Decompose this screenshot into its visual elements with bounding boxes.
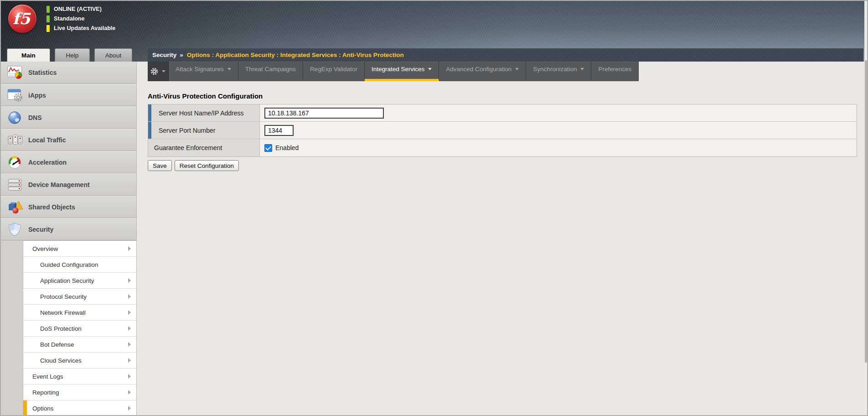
tab-preferences[interactable]: Preferences bbox=[591, 62, 639, 81]
breadcrumb-path: Options : Application Security : Integra… bbox=[187, 52, 404, 58]
page-title: Anti-Virus Protection Configuration bbox=[148, 92, 867, 100]
chevron-right-icon bbox=[128, 390, 131, 395]
chevron-down-icon bbox=[515, 68, 519, 70]
device-management-icon bbox=[5, 177, 26, 192]
bigip-admin-window: f5 ONLINE (ACTIVE) Standalone Live Updat… bbox=[0, 0, 868, 416]
submenu-item-cloud-services[interactable]: Cloud Services bbox=[23, 353, 136, 369]
tab-threat-campaigns[interactable]: Threat Campaigns bbox=[238, 62, 303, 81]
submenu-item-label: Bot Defense bbox=[40, 341, 74, 348]
sidebar-item-shared-objects[interactable]: Shared Objects bbox=[1, 196, 136, 218]
chevron-down-icon bbox=[227, 68, 231, 70]
chevron-right-icon bbox=[128, 374, 131, 379]
tab-label: RegExp Validator bbox=[310, 66, 357, 73]
tab-label: Advanced Configuration bbox=[446, 66, 512, 73]
status-label: ONLINE (ACTIVE) bbox=[54, 6, 102, 12]
reset-configuration-button[interactable]: Reset Configuration bbox=[175, 160, 239, 171]
row-value bbox=[260, 122, 857, 139]
status-row-online: ONLINE (ACTIVE) bbox=[46, 5, 115, 13]
acceleration-icon bbox=[5, 155, 26, 170]
iapps-icon bbox=[5, 88, 26, 103]
sidebar-item-label: Shared Objects bbox=[28, 203, 75, 211]
chevron-right-icon bbox=[128, 342, 131, 347]
chevron-right-icon bbox=[128, 310, 131, 315]
dns-icon bbox=[5, 110, 26, 125]
masthead: f5 ONLINE (ACTIVE) Standalone Live Updat… bbox=[1, 1, 867, 62]
submenu-item-label: Reporting bbox=[32, 389, 59, 396]
submenu-item-label: Protocol Security bbox=[40, 293, 87, 300]
status-row-live-updates: Live Updates Available bbox=[46, 25, 115, 32]
sidebar-item-label: Statistics bbox=[28, 69, 57, 76]
table-row: Server Port Number bbox=[148, 122, 857, 139]
chevron-right-icon bbox=[128, 406, 131, 411]
chevron-right-icon bbox=[128, 358, 131, 363]
server-port-input[interactable] bbox=[264, 125, 294, 136]
tab-about[interactable]: About bbox=[94, 48, 132, 62]
sidebar-item-label: Local Traffic bbox=[28, 136, 66, 144]
sidebar-item-label: Acceleration bbox=[28, 159, 67, 166]
chevron-right-icon bbox=[128, 278, 131, 283]
guarantee-enforcement-checkbox[interactable] bbox=[264, 144, 272, 152]
status-label: Live Updates Available bbox=[54, 25, 115, 31]
checkbox-label: Enabled bbox=[275, 144, 299, 151]
submenu-item-bot-defense[interactable]: Bot Defense bbox=[23, 337, 136, 353]
content-area: Anti-Virus Protection Configuration Serv… bbox=[137, 81, 867, 171]
submenu-item-reporting[interactable]: Reporting bbox=[23, 385, 136, 400]
main-navigation-sidebar: Statistics iApps bbox=[1, 62, 137, 415]
vertical-scrollbar[interactable] bbox=[864, 1, 867, 415]
sidebar-item-dns[interactable]: DNS bbox=[1, 106, 136, 129]
tab-options-menu[interactable] bbox=[148, 62, 169, 81]
submenu-item-event-logs[interactable]: Event Logs bbox=[23, 369, 136, 385]
form-buttons: Save Reset Configuration bbox=[148, 160, 867, 171]
secondary-tabbar: Attack Signatures Threat Campaigns RegEx… bbox=[148, 62, 639, 81]
tab-label: Preferences bbox=[598, 66, 631, 73]
submenu-item-label: Guided Configuration bbox=[40, 261, 98, 268]
submenu-item-label: Options bbox=[32, 405, 54, 412]
row-value bbox=[260, 104, 857, 121]
security-shield-icon bbox=[5, 222, 26, 237]
tab-regexp-validator[interactable]: RegExp Validator bbox=[303, 62, 365, 81]
breadcrumb: Security » Options : Application Securit… bbox=[148, 48, 863, 62]
chevron-right-icon bbox=[128, 326, 131, 331]
submenu-item-label: DoS Protection bbox=[40, 325, 82, 332]
tab-label: Integrated Services bbox=[372, 66, 424, 73]
f5-logo: f5 bbox=[8, 5, 36, 33]
chevron-down-icon bbox=[162, 70, 165, 73]
row-label: Guarantee Enforcement bbox=[148, 139, 260, 156]
sidebar-item-label: Device Management bbox=[28, 181, 90, 188]
sidebar-item-local-traffic[interactable]: Local Traffic bbox=[1, 129, 136, 151]
row-label: Server Host Name/IP Address bbox=[148, 104, 260, 121]
tab-label: Threat Campaigns bbox=[245, 66, 296, 73]
tab-integrated-services[interactable]: Integrated Services bbox=[365, 62, 439, 81]
submenu-item-network-firewall[interactable]: Network Firewall bbox=[23, 305, 136, 321]
sidebar-item-label: Security bbox=[28, 226, 53, 233]
submenu-item-label: Cloud Services bbox=[40, 357, 82, 364]
tab-main[interactable]: Main bbox=[7, 48, 50, 62]
submenu-item-label: Network Firewall bbox=[40, 309, 86, 316]
submenu-item-overview[interactable]: Overview bbox=[23, 241, 136, 257]
sidebar-item-security[interactable]: Security bbox=[1, 218, 136, 240]
local-traffic-icon bbox=[5, 133, 26, 147]
scrollbar-thumb[interactable] bbox=[865, 60, 867, 363]
tab-synchronization[interactable]: Synchronization bbox=[526, 62, 591, 81]
status-row-standalone: Standalone bbox=[46, 15, 115, 22]
submenu-item-application-security[interactable]: Application Security bbox=[23, 273, 136, 289]
gear-icon bbox=[150, 68, 158, 75]
chevron-right-icon bbox=[128, 294, 131, 299]
tab-help[interactable]: Help bbox=[55, 48, 90, 62]
save-button[interactable]: Save bbox=[148, 160, 172, 171]
submenu-item-dos-protection[interactable]: DoS Protection bbox=[23, 321, 136, 337]
tab-advanced-configuration[interactable]: Advanced Configuration bbox=[439, 62, 526, 81]
sidebar-item-statistics[interactable]: Statistics bbox=[1, 62, 136, 84]
submenu-item-guided-configuration[interactable]: Guided Configuration bbox=[23, 257, 136, 273]
sidebar-item-acceleration[interactable]: Acceleration bbox=[1, 151, 136, 173]
sidebar-item-device-management[interactable]: Device Management bbox=[1, 173, 136, 196]
submenu-item-options[interactable]: Options bbox=[23, 400, 136, 415]
server-host-input[interactable] bbox=[264, 108, 384, 119]
breadcrumb-section[interactable]: Security bbox=[152, 52, 176, 58]
tab-label: Attack Signatures bbox=[176, 66, 224, 73]
submenu-item-protocol-security[interactable]: Protocol Security bbox=[23, 289, 136, 305]
sidebar-item-iapps[interactable]: iApps bbox=[1, 84, 136, 106]
table-row: Guarantee Enforcement Enabled bbox=[148, 139, 857, 156]
statistics-icon bbox=[5, 65, 26, 80]
tab-attack-signatures[interactable]: Attack Signatures bbox=[169, 62, 238, 81]
